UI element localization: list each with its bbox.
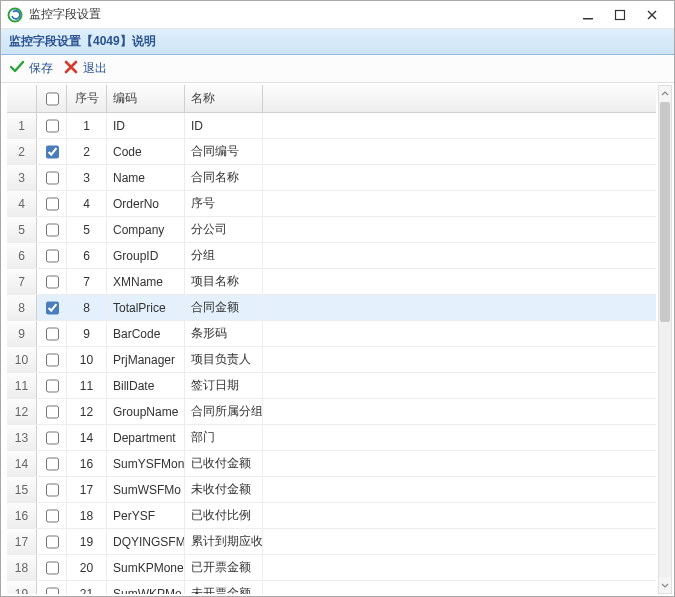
- cell-name: 签订日期: [185, 373, 263, 398]
- table-row[interactable]: 11IDID: [7, 113, 656, 139]
- row-checkbox[interactable]: [46, 327, 59, 341]
- table-row[interactable]: 1212GroupName合同所属分组: [7, 399, 656, 425]
- scroll-up-arrow-icon[interactable]: [659, 86, 671, 102]
- table-row[interactable]: 55Company分公司: [7, 217, 656, 243]
- table-row[interactable]: 77XMName项目名称: [7, 269, 656, 295]
- row-checkbox-cell[interactable]: [37, 113, 67, 138]
- cell-name: 部门: [185, 425, 263, 450]
- cell-name: 累计到期应收付: [185, 529, 263, 554]
- row-checkbox[interactable]: [46, 535, 59, 549]
- row-checkbox[interactable]: [46, 483, 59, 497]
- cell-name: 已收付比例: [185, 503, 263, 528]
- row-checkbox-cell[interactable]: [37, 451, 67, 476]
- scrollbar-thumb[interactable]: [660, 102, 670, 322]
- row-number: 9: [7, 321, 37, 346]
- row-checkbox[interactable]: [46, 119, 59, 133]
- grid-header-row: 序号 编码 名称: [7, 85, 656, 113]
- x-icon: [63, 59, 79, 78]
- row-checkbox-cell[interactable]: [37, 191, 67, 216]
- cell-seq: 1: [67, 113, 107, 138]
- table-row[interactable]: 1416SumYSFMon已收付金额: [7, 451, 656, 477]
- cell-code: PerYSF: [107, 503, 185, 528]
- row-checkbox-cell[interactable]: [37, 321, 67, 346]
- header-name[interactable]: 名称: [185, 85, 263, 112]
- maximize-button[interactable]: [604, 4, 636, 26]
- row-number: 5: [7, 217, 37, 242]
- table-row[interactable]: 66GroupID分组: [7, 243, 656, 269]
- scroll-down-arrow-icon[interactable]: [659, 577, 671, 593]
- row-checkbox-cell[interactable]: [37, 165, 67, 190]
- table-row[interactable]: 1719DQYINGSFM累计到期应收付: [7, 529, 656, 555]
- table-row[interactable]: 99BarCode条形码: [7, 321, 656, 347]
- minimize-button[interactable]: [572, 4, 604, 26]
- panel-header: 监控字段设置【4049】说明: [1, 29, 674, 55]
- table-row[interactable]: 1618PerYSF已收付比例: [7, 503, 656, 529]
- header-code[interactable]: 编码: [107, 85, 185, 112]
- row-checkbox[interactable]: [46, 405, 59, 419]
- cell-name: 序号: [185, 191, 263, 216]
- cell-code: SumKPMone: [107, 555, 185, 580]
- table-row[interactable]: 22Code合同编号: [7, 139, 656, 165]
- row-checkbox[interactable]: [46, 197, 59, 211]
- table-row[interactable]: 88TotalPrice合同金额: [7, 295, 656, 321]
- row-checkbox-cell[interactable]: [37, 243, 67, 268]
- row-checkbox[interactable]: [46, 457, 59, 471]
- header-seq[interactable]: 序号: [67, 85, 107, 112]
- row-number: 15: [7, 477, 37, 502]
- table-row[interactable]: 1314Department部门: [7, 425, 656, 451]
- cell-name: 已收付金额: [185, 451, 263, 476]
- row-checkbox[interactable]: [46, 171, 59, 185]
- row-checkbox-cell[interactable]: [37, 581, 67, 594]
- row-number: 7: [7, 269, 37, 294]
- row-checkbox[interactable]: [46, 145, 59, 159]
- row-checkbox[interactable]: [46, 379, 59, 393]
- row-number: 14: [7, 451, 37, 476]
- row-checkbox[interactable]: [46, 223, 59, 237]
- select-all-checkbox[interactable]: [46, 92, 59, 106]
- table-row[interactable]: 44OrderNo序号: [7, 191, 656, 217]
- cell-code: TotalPrice: [107, 295, 185, 320]
- cell-code: GroupID: [107, 243, 185, 268]
- row-checkbox-cell[interactable]: [37, 217, 67, 242]
- row-checkbox-cell[interactable]: [37, 529, 67, 554]
- row-number: 13: [7, 425, 37, 450]
- save-button[interactable]: 保存: [9, 59, 53, 78]
- row-checkbox[interactable]: [46, 431, 59, 445]
- cell-seq: 9: [67, 321, 107, 346]
- cell-name: 已开票金额: [185, 555, 263, 580]
- scrollbar-track[interactable]: [659, 102, 671, 577]
- table-row[interactable]: 1517SumWSFMo未收付金额: [7, 477, 656, 503]
- cell-seq: 16: [67, 451, 107, 476]
- row-checkbox-cell[interactable]: [37, 555, 67, 580]
- exit-button[interactable]: 退出: [63, 59, 107, 78]
- row-checkbox-cell[interactable]: [37, 425, 67, 450]
- row-checkbox[interactable]: [46, 509, 59, 523]
- row-checkbox-cell[interactable]: [37, 477, 67, 502]
- table-row[interactable]: 1111BillDate签订日期: [7, 373, 656, 399]
- vertical-scrollbar[interactable]: [658, 85, 672, 594]
- cell-name: ID: [185, 113, 263, 138]
- row-checkbox[interactable]: [46, 249, 59, 263]
- close-button[interactable]: [636, 4, 668, 26]
- cell-code: ID: [107, 113, 185, 138]
- row-checkbox-cell[interactable]: [37, 139, 67, 164]
- header-checkbox[interactable]: [37, 85, 67, 112]
- table-row[interactable]: 1921SumWKPMo未开票金额: [7, 581, 656, 594]
- row-checkbox-cell[interactable]: [37, 399, 67, 424]
- table-row[interactable]: 1820SumKPMone已开票金额: [7, 555, 656, 581]
- cell-code: XMName: [107, 269, 185, 294]
- row-checkbox[interactable]: [46, 561, 59, 575]
- row-checkbox-cell[interactable]: [37, 295, 67, 320]
- row-checkbox[interactable]: [46, 353, 59, 367]
- row-checkbox-cell[interactable]: [37, 347, 67, 372]
- toolbar: 保存 退出: [1, 55, 674, 83]
- row-checkbox[interactable]: [46, 275, 59, 289]
- row-checkbox-cell[interactable]: [37, 503, 67, 528]
- row-checkbox[interactable]: [46, 587, 59, 595]
- row-checkbox[interactable]: [46, 301, 59, 315]
- table-row[interactable]: 33Name合同名称: [7, 165, 656, 191]
- row-checkbox-cell[interactable]: [37, 269, 67, 294]
- table-row[interactable]: 1010PrjManager项目负责人: [7, 347, 656, 373]
- cell-name: 分组: [185, 243, 263, 268]
- row-checkbox-cell[interactable]: [37, 373, 67, 398]
